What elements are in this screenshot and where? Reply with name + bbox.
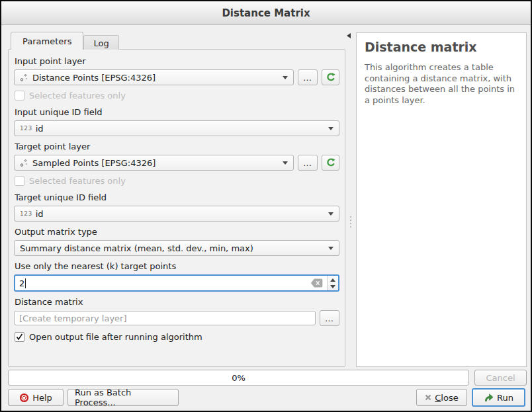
point-layer-icon — [20, 159, 28, 167]
point-layer-icon — [20, 73, 28, 82]
input-layer-iterate-button[interactable] — [322, 69, 339, 85]
spin-down-icon[interactable] — [330, 285, 335, 288]
dropdown-arrow-icon — [328, 247, 333, 250]
numeric-field-icon: 123 — [20, 210, 32, 217]
open-output-checkbox[interactable] — [15, 332, 24, 342]
dropdown-arrow-icon — [328, 212, 333, 216]
tab-parameters[interactable]: Parameters — [11, 32, 83, 50]
output-browse-button[interactable]: … — [320, 310, 339, 326]
selected-features-label-2: Selected features only — [29, 176, 126, 186]
output-matrix-type-combobox[interactable]: Summary distance matrix (mean, std. dev.… — [14, 240, 339, 256]
cancel-label: Cancel — [486, 373, 515, 383]
numeric-field-icon: 123 — [20, 125, 32, 132]
help-panel: Distance matrix This algorithm creates a… — [356, 32, 527, 367]
run-as-batch-button[interactable]: Run as Batch Process... — [67, 389, 179, 406]
dropdown-arrow-icon — [328, 127, 333, 130]
spin-up-icon[interactable] — [330, 278, 335, 282]
tab-parameters-label: Parameters — [22, 36, 71, 46]
help-label: Help — [32, 393, 52, 403]
nearest-k-spinbox[interactable]: 2 — [14, 274, 339, 292]
distance-matrix-dialog: Distance Matrix Parameters Log Input poi… — [0, 0, 532, 412]
run-label: Run — [497, 393, 513, 403]
input-layer-browse-button[interactable]: … — [298, 69, 318, 85]
target-point-layer-value: Sampled Points [EPSG:4326] — [32, 158, 155, 168]
target-unique-id-value: id — [36, 209, 44, 219]
input-unique-id-value: id — [36, 124, 44, 134]
distance-matrix-output-label: Distance matrix — [15, 297, 339, 307]
help-button[interactable]: Help — [8, 389, 64, 406]
target-point-layer-label: Target point layer — [15, 142, 339, 151]
ellipsis-label: … — [303, 158, 312, 168]
input-point-layer-label: Input point layer — [15, 56, 339, 66]
ellipsis-label: … — [325, 313, 334, 323]
distance-matrix-output-input[interactable]: [Create temporary layer] — [14, 311, 316, 325]
input-unique-id-label: Input unique ID field — [15, 107, 339, 117]
ellipsis-label: … — [303, 73, 312, 83]
input-point-layer-value: Distance Points [EPSG:4326] — [32, 73, 155, 83]
tab-bar: Parameters Log — [11, 32, 119, 50]
selected-features-label-1: Selected features only — [29, 91, 126, 101]
input-unique-id-combobox[interactable]: 123 id — [14, 120, 339, 136]
tab-log[interactable]: Log — [83, 35, 118, 50]
iterate-refresh-icon — [326, 157, 336, 168]
iterate-refresh-icon — [326, 72, 336, 83]
progress-value: 0% — [232, 373, 245, 383]
selected-features-checkbox-1 — [15, 91, 24, 101]
close-mnemonic: C — [435, 393, 441, 403]
output-matrix-type-value: Summary distance matrix (mean, std. dev.… — [20, 243, 253, 253]
help-icon — [19, 393, 29, 403]
run-as-batch-label: Run as Batch Process... — [75, 388, 171, 407]
text-caret — [25, 278, 26, 288]
output-matrix-type-label: Output matrix type — [15, 227, 339, 237]
nearest-k-value: 2 — [19, 278, 24, 288]
selected-features-checkbox-2 — [15, 176, 24, 186]
target-unique-id-combobox[interactable]: 123 id — [14, 206, 339, 222]
target-unique-id-label: Target unique ID field — [15, 192, 339, 202]
tab-log-label: Log — [93, 38, 109, 48]
input-point-layer-combobox[interactable]: Distance Points [EPSG:4326] — [14, 69, 294, 85]
distance-matrix-output-placeholder: [Create temporary layer] — [19, 313, 127, 323]
help-panel-description: This algorithm creates a table containin… — [365, 62, 518, 106]
window-title: Distance Matrix — [222, 7, 310, 19]
checkmark-icon — [16, 333, 23, 341]
close-label: Close — [435, 393, 458, 403]
parameters-panel: Input point layer Distance Points [EPSG:… — [8, 49, 345, 367]
cancel-button: Cancel — [474, 370, 527, 386]
close-x-icon — [425, 394, 431, 401]
open-output-label: Open output file after running algorithm — [29, 332, 202, 342]
dropdown-arrow-icon — [283, 161, 288, 165]
run-button[interactable]: Run — [472, 388, 525, 407]
target-point-layer-combobox[interactable]: Sampled Points [EPSG:4326] — [14, 155, 294, 171]
run-arrow-icon — [484, 393, 494, 402]
title-bar[interactable]: Distance Matrix — [1, 1, 531, 25]
target-layer-iterate-button[interactable] — [322, 155, 339, 171]
clear-text-icon[interactable] — [310, 278, 323, 288]
target-layer-browse-button[interactable]: … — [298, 155, 318, 171]
close-rest: lose — [441, 393, 458, 403]
spinner-buttons — [327, 276, 338, 290]
nearest-k-label: Use only the nearest (k) target points — [15, 261, 339, 271]
help-panel-title: Distance matrix — [365, 40, 518, 54]
progress-bar: 0% — [8, 370, 469, 386]
dropdown-arrow-icon — [283, 76, 288, 79]
collapse-panel-arrow-icon[interactable] — [347, 33, 351, 38]
splitter-handle[interactable] — [350, 216, 351, 227]
close-button[interactable]: Close — [416, 389, 467, 406]
